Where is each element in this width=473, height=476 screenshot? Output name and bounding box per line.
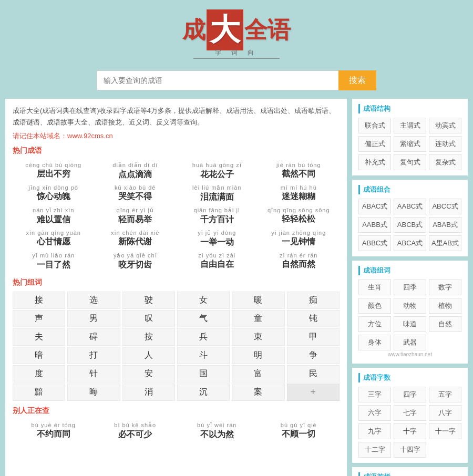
word-item[interactable]: 安 [122, 365, 175, 382]
word-item[interactable]: 痴 [287, 292, 340, 309]
word-item[interactable]: 消 [122, 384, 175, 401]
groupword-tag[interactable]: 自然 [429, 316, 461, 332]
word-item[interactable]: 暗 [13, 347, 65, 364]
idiom-item[interactable]: jīng xīn dòng pò惊心动魄 [13, 182, 95, 205]
word-item[interactable]: 国 [177, 365, 230, 382]
charcount-tag[interactable]: 十四字 [394, 442, 426, 458]
word-item[interactable]: 针 [67, 365, 120, 382]
charcount-tag[interactable]: 六字 [358, 405, 391, 421]
idiom-item[interactable]: qiān fāng bǎi jì千方百计 [176, 205, 258, 227]
idiom-item[interactable]: nán yǐ zhì xìn难以置信 [13, 205, 95, 227]
groupword-tag[interactable]: 生肖 [358, 280, 391, 295]
charcount-tag[interactable]: 十二字 [358, 442, 391, 458]
idiom-item[interactable]: xīn chén dài xiè新陈代谢 [95, 227, 177, 250]
idiom-item[interactable]: diǎn diǎn dī dī点点滴滴 [95, 160, 177, 182]
idiom-item[interactable]: zì yóu zì zài自由自在 [176, 250, 258, 273]
idiom-item[interactable]: jié rán bù tóng截然不同 [258, 160, 340, 182]
word-item[interactable]: 人 [122, 347, 175, 364]
charcount-tag[interactable]: 七字 [394, 405, 426, 421]
combo-tag[interactable]: AABB式 [358, 217, 391, 233]
word-item[interactable]: 兵 [177, 328, 230, 346]
charcount-tag[interactable]: 五字 [429, 387, 461, 402]
word-item[interactable]: 甲 [287, 328, 340, 346]
structure-tag[interactable]: 连动式 [429, 136, 461, 152]
word-item[interactable]: 碍 [67, 328, 120, 346]
groupword-tag[interactable]: 四季 [394, 280, 426, 295]
word-item[interactable]: 女 [177, 292, 230, 309]
word-item[interactable]: 接 [13, 292, 65, 309]
idiom-item[interactable]: yǎo yá qiè chǐ咬牙切齿 [95, 250, 177, 273]
word-item[interactable]: 民 [287, 365, 340, 382]
word-item[interactable]: + [287, 384, 340, 401]
word-item[interactable]: 声 [13, 310, 65, 327]
word-item[interactable]: 東 [232, 328, 284, 346]
structure-tag[interactable]: 联合式 [358, 118, 391, 133]
combo-tag[interactable]: ABCB式 [394, 217, 426, 233]
word-item[interactable]: 晦 [67, 384, 120, 401]
idiom-item[interactable]: huā huā gōng zǐ花花公子 [176, 160, 258, 182]
idiom-item[interactable]: zì rán ér rán自然而然 [258, 250, 340, 273]
combo-tag[interactable]: ABAC式 [358, 199, 391, 214]
structure-tag[interactable]: 复杂式 [429, 154, 461, 170]
idiom-item[interactable]: qīng qīng sōng sōng轻轻松松 [258, 205, 340, 227]
idiom-item[interactable]: yī jǔ yī dòng一举一动 [176, 227, 258, 250]
word-item[interactable]: 选 [67, 292, 120, 309]
idiom-item[interactable]: lèi liú mǎn miàn泪流满面 [176, 182, 258, 205]
others-idiom-item[interactable]: bù gù yī qiè不顾一切 [258, 420, 340, 442]
charcount-tag[interactable]: 三字 [358, 387, 391, 402]
others-idiom-item[interactable]: bì bù kě shǎo必不可少 [95, 420, 177, 442]
idiom-item[interactable]: kū xiào bù dé哭笑不得 [95, 182, 177, 205]
structure-tag[interactable]: 动宾式 [429, 118, 461, 133]
word-item[interactable]: 斗 [177, 347, 230, 364]
word-item[interactable]: 驶 [122, 292, 175, 309]
word-item[interactable]: 案 [232, 384, 284, 401]
word-item[interactable]: 夫 [13, 328, 65, 346]
charcount-tag[interactable]: 四字 [394, 387, 426, 402]
word-item[interactable]: 沉 [177, 384, 230, 401]
word-item[interactable]: 度 [13, 365, 65, 382]
word-item[interactable]: 明 [232, 347, 284, 364]
charcount-tag[interactable]: 八字 [429, 405, 461, 421]
word-item[interactable]: 打 [67, 347, 120, 364]
word-item[interactable]: 按 [122, 328, 175, 346]
word-item[interactable]: 童 [232, 310, 284, 327]
word-item[interactable]: 叹 [122, 310, 175, 327]
combo-tag[interactable]: ABCA式 [394, 235, 426, 251]
groupword-tag[interactable]: 植物 [429, 298, 461, 314]
groupword-tag[interactable]: 方位 [358, 316, 391, 332]
idiom-item[interactable]: yī mù liǎo rán一目了然 [13, 250, 95, 273]
idiom-item[interactable]: xīn gān qíng yuàn心甘情愿 [13, 227, 95, 250]
idiom-item[interactable]: qīng ér yì jǔ轻而易举 [95, 205, 177, 227]
combo-tag[interactable]: ABCC式 [429, 199, 461, 214]
structure-tag[interactable]: 复句式 [394, 154, 426, 170]
combo-tag[interactable]: ABBC式 [358, 235, 391, 251]
combo-tag[interactable]: ABAB式 [429, 217, 461, 233]
combo-tag[interactable]: A里AB式 [429, 235, 461, 251]
structure-tag[interactable]: 紧缩式 [394, 136, 426, 152]
word-item[interactable]: 争 [287, 347, 340, 364]
groupword-tag[interactable]: 数字 [429, 280, 461, 295]
search-button[interactable]: 搜索 [338, 70, 376, 90]
structure-tag[interactable]: 补充式 [358, 154, 391, 170]
word-item[interactable]: 黯 [13, 384, 65, 401]
idiom-item[interactable]: yī jiàn zhōng qíng一见钟情 [258, 227, 340, 250]
others-idiom-item[interactable]: bù yuè ér tóng不约而同 [13, 420, 95, 442]
word-item[interactable]: 气 [177, 310, 230, 327]
word-item[interactable]: 富 [232, 365, 284, 382]
groupword-tag[interactable]: 动物 [394, 298, 426, 314]
charcount-tag[interactable]: 九字 [358, 423, 391, 439]
groupword-tag[interactable]: 武器 [394, 335, 426, 350]
groupword-tag[interactable]: 身体 [358, 335, 391, 350]
groupword-tag[interactable]: 味道 [394, 316, 426, 332]
word-item[interactable]: 暖 [232, 292, 284, 309]
idiom-item[interactable]: céng chū bù qióng层出不穷 [13, 160, 95, 182]
word-item[interactable]: 钝 [287, 310, 340, 327]
others-idiom-item[interactable]: bù yǐ wéi rán不以为然 [176, 420, 258, 442]
charcount-tag[interactable]: 十字 [394, 423, 426, 439]
groupword-tag[interactable]: 颜色 [358, 298, 391, 314]
idiom-item[interactable]: mí mí hú hú迷迷糊糊 [258, 182, 340, 205]
charcount-tag[interactable]: 十一字 [429, 423, 461, 439]
word-item[interactable]: 男 [67, 310, 120, 327]
structure-tag[interactable]: 偏正式 [358, 136, 391, 152]
search-input[interactable] [97, 70, 338, 90]
